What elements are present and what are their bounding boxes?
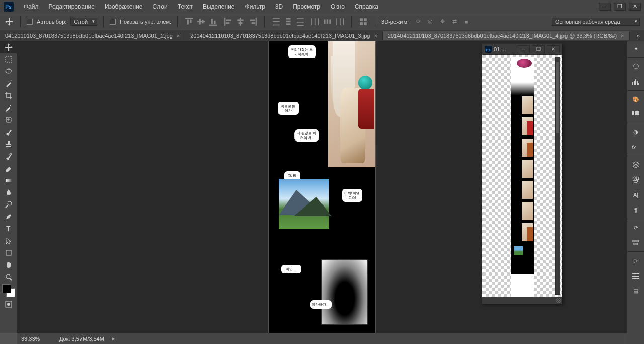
autoselect-checkbox[interactable] [27,19,33,25]
align-hcenter-icon[interactable] [235,16,246,27]
tab-close-icon[interactable]: × [621,33,624,39]
document-tab[interactable]: 20140412110103_8701837513d8bdb01efbac4ae… [383,31,630,40]
menu-window[interactable]: Окно [326,2,349,12]
wand-tool[interactable] [0,78,17,90]
panel-close-button[interactable]: ✕ [547,45,560,53]
svg-rect-4 [190,19,191,23]
play-panel-icon[interactable]: ▷ [627,253,644,268]
3d-slide-icon[interactable]: ⇄ [449,16,460,27]
actions-panel-icon[interactable]: ⟳ [627,220,644,235]
document-tab[interactable]: 0412110103_8701837513d8bdb01efbac4ae140f… [0,31,185,40]
status-menu-icon[interactable]: ▸ [112,335,115,342]
distribute-left-icon[interactable] [310,16,321,27]
distribute-right-icon[interactable] [334,16,345,27]
tab-overflow-icon[interactable]: » [633,33,644,39]
layers-panel-icon[interactable] [627,157,644,172]
adjustments-panel-icon[interactable]: ◑ [627,124,644,140]
workspace-switcher[interactable]: Основная рабочая среда [552,18,640,26]
distribute-bottom-icon[interactable] [295,16,306,27]
eyedropper-tool[interactable] [0,102,17,114]
autoselect-dropdown[interactable]: Слой [70,18,97,26]
navigator-titlebar[interactable]: Ps 01 ... ─ ❐ ✕ [482,44,562,55]
align-top-icon[interactable] [184,16,195,27]
svg-rect-9 [211,19,213,24]
show-transform-checkbox[interactable] [110,19,116,25]
menu-text[interactable]: Текст [173,2,197,12]
dodge-tool[interactable] [0,198,17,211]
close-button[interactable]: ✕ [629,3,641,11]
healing-tool[interactable] [0,114,17,126]
crop-tool[interactable] [0,90,17,102]
3d-orbit-icon[interactable]: ⟳ [413,16,424,27]
svg-rect-5 [197,21,205,22]
speech-bubble: 요리대회는 포기하겠어. [288,45,316,58]
menu-select[interactable]: Выделение [198,2,239,12]
minimize-button[interactable]: ─ [599,3,611,11]
color-panel-icon[interactable]: 🎨 [627,92,644,107]
histogram-icon[interactable]: ✦ [627,41,644,56]
timeline-panel-icon[interactable] [627,268,644,283]
color-swatches[interactable] [0,283,17,298]
distribute-top-icon[interactable] [271,16,282,27]
shape-tool[interactable] [0,247,17,259]
3d-roll-icon[interactable]: ◎ [425,16,436,27]
align-right-icon[interactable] [247,16,258,27]
blur-tool[interactable] [0,186,17,198]
type-tool[interactable]: T [0,223,17,235]
resize-grip[interactable] [556,298,561,303]
panel-maximize-button[interactable]: ❐ [532,45,545,53]
menu-layers[interactable]: Слои [148,2,172,12]
document-tab[interactable]: 20140412110103_8701837513d8bdb01efbac4ae… [185,31,383,40]
menu-edit[interactable]: Редактирование [44,2,99,12]
navigator-panel[interactable]: Ps 01 ... ─ ❐ ✕ [482,43,562,304]
maximize-button[interactable]: ❐ [614,3,626,11]
3d-pan-icon[interactable]: ✥ [437,16,448,27]
quick-mask-tool[interactable] [0,298,17,310]
menu-help[interactable]: Справка [350,2,383,12]
tab-close-icon[interactable]: × [374,33,377,39]
stamp-tool[interactable] [0,138,17,150]
menu-image[interactable]: Изображение [100,2,147,12]
hand-tool[interactable] [0,259,17,271]
info-icon[interactable]: ⓘ [627,59,644,74]
zoom-tool[interactable] [0,271,17,283]
menu-filter[interactable]: Фильтр [240,2,270,12]
scrollbar-thumb[interactable] [556,62,559,133]
paths-panel-icon[interactable]: A| [627,187,644,202]
align-vcenter-icon[interactable] [196,16,207,27]
nav-thumb-cell [511,259,534,274]
move-tool[interactable] [0,41,17,53]
history-brush-tool[interactable] [0,150,17,162]
paragraph-panel-icon[interactable]: ¶ [627,202,644,218]
presets-panel-icon[interactable] [627,235,644,250]
auto-align-icon[interactable] [358,16,369,27]
panel-minimize-button[interactable]: ─ [517,45,530,53]
gradient-tool[interactable] [0,174,17,186]
svg-rect-72 [632,278,639,279]
menu-file[interactable]: Файл [19,2,43,12]
styles-panel-icon[interactable]: fx [627,140,644,155]
menu-view[interactable]: Просмотр [288,2,325,12]
menu-3d[interactable]: 3D [271,2,287,12]
status-zoom[interactable]: 33,33% [21,336,51,342]
navigator-scrollbar[interactable] [555,57,560,295]
3d-scale-icon[interactable]: ■ [461,16,472,27]
notes-panel-icon[interactable]: ▤ [627,283,644,298]
marquee-tool[interactable] [0,53,17,65]
svg-point-43 [6,69,12,73]
svg-rect-53 [632,82,633,85]
navigator-thumbnail[interactable] [511,57,534,297]
histogram-panel-icon[interactable] [627,74,644,89]
tab-close-icon[interactable]: × [177,33,180,39]
brush-tool[interactable] [0,126,17,138]
swatches-panel-icon[interactable] [627,107,644,122]
eraser-tool[interactable] [0,162,17,174]
distribute-vcenter-icon[interactable] [283,16,294,27]
distribute-hcenter-icon[interactable] [322,16,333,27]
align-left-icon[interactable] [223,16,234,27]
lasso-tool[interactable] [0,65,17,78]
channels-panel-icon[interactable] [627,172,644,187]
align-bottom-icon[interactable] [208,16,219,27]
pen-tool[interactable] [0,211,17,223]
path-selection-tool[interactable] [0,235,17,247]
